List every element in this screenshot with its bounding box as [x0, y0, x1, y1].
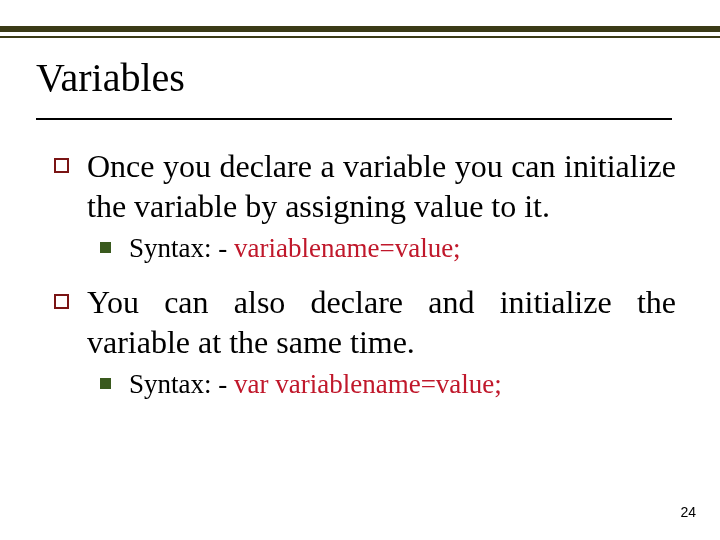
syntax-code: variablename=value;	[234, 233, 461, 263]
bullet-text: You can also declare and initialize the …	[87, 282, 676, 362]
syntax-code: var variablename=value;	[234, 369, 502, 399]
bullet-level2: Syntax: - variablename=value;	[100, 232, 676, 266]
page-number: 24	[680, 504, 696, 520]
hollow-square-icon	[54, 158, 69, 173]
hollow-square-icon	[54, 294, 69, 309]
bullet-level1: Once you declare a variable you can init…	[54, 146, 676, 226]
filled-square-icon	[100, 378, 111, 389]
slide-body: Once you declare a variable you can init…	[54, 146, 676, 418]
top-rule	[0, 26, 720, 38]
bullet-level2: Syntax: - var variablename=value;	[100, 368, 676, 402]
syntax-prefix: Syntax: -	[129, 233, 234, 263]
sub-bullet-text: Syntax: - variablename=value;	[129, 232, 461, 266]
filled-square-icon	[100, 242, 111, 253]
slide-title: Variables	[36, 54, 185, 101]
bullet-text: Once you declare a variable you can init…	[87, 146, 676, 226]
bullet-level1: You can also declare and initialize the …	[54, 282, 676, 362]
slide: Variables Once you declare a variable yo…	[0, 0, 720, 540]
syntax-prefix: Syntax: -	[129, 369, 234, 399]
title-underline	[36, 118, 672, 120]
sub-bullet-text: Syntax: - var variablename=value;	[129, 368, 502, 402]
